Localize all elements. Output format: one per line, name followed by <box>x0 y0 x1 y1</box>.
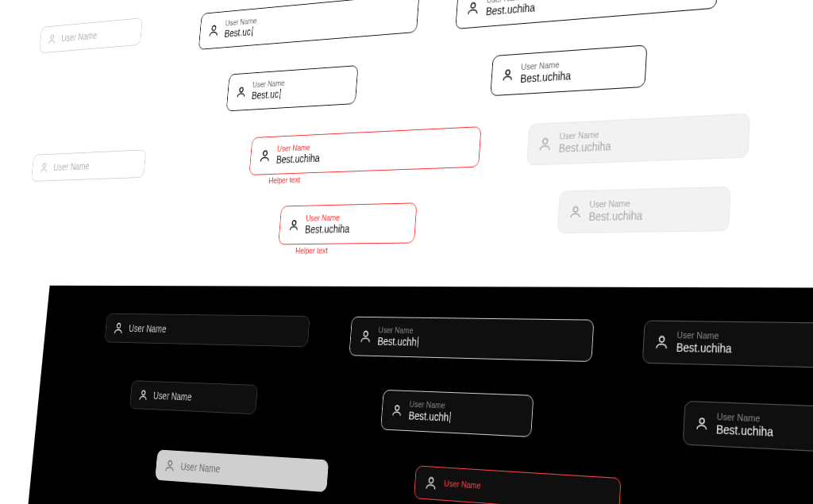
user-icon <box>695 416 709 432</box>
svg-point-6 <box>263 151 267 156</box>
user-icon <box>164 458 175 473</box>
input-value: Best.uchh <box>408 410 451 425</box>
input-label: User Name <box>676 330 733 342</box>
svg-point-1 <box>43 164 46 167</box>
user-icon <box>391 403 403 417</box>
user-icon <box>47 33 57 45</box>
input-value: Best.uchiha <box>520 69 572 86</box>
svg-point-0 <box>51 35 54 39</box>
username-field-error-large[interactable]: User Name Best.uchiha <box>249 126 482 175</box>
svg-point-7 <box>543 139 548 144</box>
username-field-focus-small-dark[interactable]: User Name Best.uchh <box>380 390 534 437</box>
input-label: User Name <box>716 411 774 425</box>
input-label: User Name <box>378 325 419 337</box>
helper-text: Helper text <box>268 175 300 185</box>
user-icon <box>568 204 582 219</box>
username-field-disabled-small: User Name Best.uchiha <box>557 187 731 233</box>
user-icon <box>207 23 219 38</box>
username-field-error-small[interactable]: User Name Best.uchiha <box>278 202 417 244</box>
svg-point-14 <box>395 406 399 410</box>
input-value: Best.uchiha <box>676 340 732 356</box>
username-field-focused-large[interactable]: User Name Best.uc <box>198 0 420 50</box>
user-icon <box>654 333 670 350</box>
svg-point-11 <box>364 331 368 336</box>
username-field-empty-small-dark[interactable]: User Name <box>129 380 258 414</box>
user-icon <box>138 388 148 402</box>
username-field-disabled-large-dark: User Name <box>155 449 329 492</box>
input-placeholder: User Name <box>53 160 91 173</box>
user-icon <box>236 85 247 98</box>
user-icon <box>359 329 372 344</box>
input-placeholder: User Name <box>61 29 98 44</box>
svg-point-4 <box>240 87 244 92</box>
input-value: Best.uchiha <box>588 209 643 224</box>
user-icon <box>501 67 514 83</box>
user-icon <box>538 136 553 152</box>
svg-point-12 <box>659 337 665 342</box>
input-field-ghost-1: User Name <box>39 17 143 53</box>
user-icon <box>288 218 300 232</box>
svg-point-13 <box>141 391 144 395</box>
username-field-empty-large-dark[interactable]: User Name <box>104 314 310 348</box>
username-field-default-large[interactable]: User Name Best.uchiha <box>455 0 719 29</box>
input-field-ghost-2: User Name <box>31 149 146 182</box>
user-icon <box>259 148 272 164</box>
username-field-default-small-dark[interactable]: User Name Best.uchiha <box>683 401 813 453</box>
input-value: Best.uchiha <box>558 140 611 156</box>
input-value: Best.uc <box>251 88 284 102</box>
username-field-focused-small[interactable]: User Name Best.uc <box>226 65 359 111</box>
svg-point-3 <box>471 2 476 8</box>
user-icon <box>39 161 49 174</box>
user-icon <box>466 0 480 17</box>
username-field-focus-large-dark[interactable]: User Name Best.uchh <box>349 317 594 362</box>
username-field-default-small[interactable]: User Name Best.uchiha <box>490 44 647 96</box>
input-value: Best.uchh <box>377 335 419 348</box>
input-value: Best.uchiha <box>275 152 320 167</box>
svg-point-8 <box>292 221 296 225</box>
input-label: User Name <box>306 213 351 224</box>
input-label: User Name <box>444 479 481 491</box>
input-label: User Name <box>521 59 572 72</box>
username-field-default-large-dark[interactable]: User Name Best.uchiha <box>642 320 813 368</box>
input-placeholder: User Name <box>153 390 193 403</box>
username-field-disabled-large: User Name Best.uchiha <box>526 113 750 166</box>
user-icon <box>113 321 125 335</box>
svg-point-2 <box>212 25 216 30</box>
svg-point-9 <box>573 207 578 212</box>
input-placeholder: User Name <box>129 322 167 335</box>
input-value: Best.uchiha <box>716 422 774 440</box>
user-icon <box>424 475 438 491</box>
input-value: Best.uchiha <box>304 223 350 237</box>
svg-point-17 <box>429 478 433 483</box>
svg-point-10 <box>117 323 121 328</box>
input-value: Best.uc <box>224 25 256 40</box>
helper-text: Helper text <box>295 246 328 256</box>
input-label: User Name <box>559 129 612 141</box>
input-placeholder: User Name <box>180 460 221 475</box>
svg-point-15 <box>699 418 704 424</box>
svg-point-16 <box>168 460 172 465</box>
username-field-error-large-dark[interactable]: User Name <box>414 465 621 504</box>
input-label: User Name <box>589 198 643 210</box>
svg-point-5 <box>506 70 511 75</box>
